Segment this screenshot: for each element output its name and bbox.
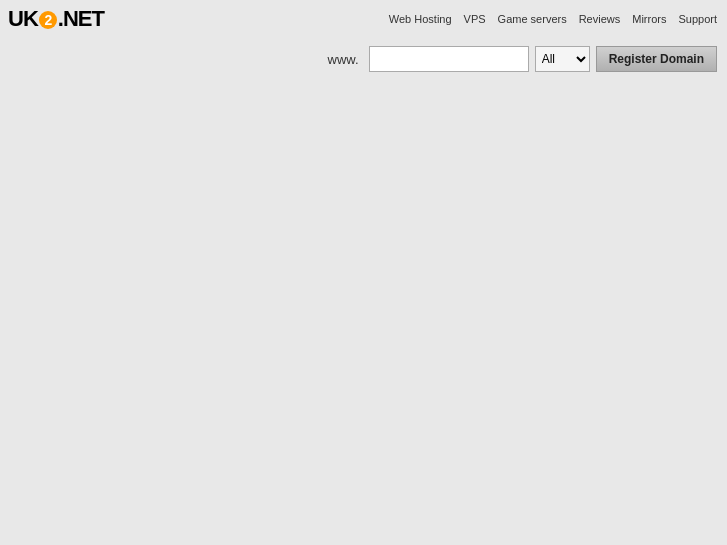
domain-search-bar: www. All .com .net .org .co.uk .uk Regis…	[0, 38, 727, 80]
nav-link-vps[interactable]: VPS	[464, 13, 486, 25]
register-domain-button[interactable]: Register Domain	[596, 46, 717, 72]
site-logo[interactable]: UK2.NET	[8, 6, 104, 32]
logo-text: UK2.NET	[8, 6, 104, 32]
domain-input[interactable]	[369, 46, 529, 72]
logo-net: .NET	[58, 6, 104, 31]
www-label: www.	[328, 52, 359, 67]
nav-link-reviews[interactable]: Reviews	[579, 13, 621, 25]
tld-select[interactable]: All .com .net .org .co.uk .uk	[535, 46, 590, 72]
nav-link-mirrors[interactable]: Mirrors	[632, 13, 666, 25]
logo-2: 2	[39, 11, 57, 29]
logo-uk: UK	[8, 6, 38, 31]
nav-link-web-hosting[interactable]: Web Hosting	[389, 13, 452, 25]
main-nav: Web Hosting VPS Game servers Reviews Mir…	[389, 13, 717, 25]
nav-link-support[interactable]: Support	[678, 13, 717, 25]
nav-link-game-servers[interactable]: Game servers	[498, 13, 567, 25]
